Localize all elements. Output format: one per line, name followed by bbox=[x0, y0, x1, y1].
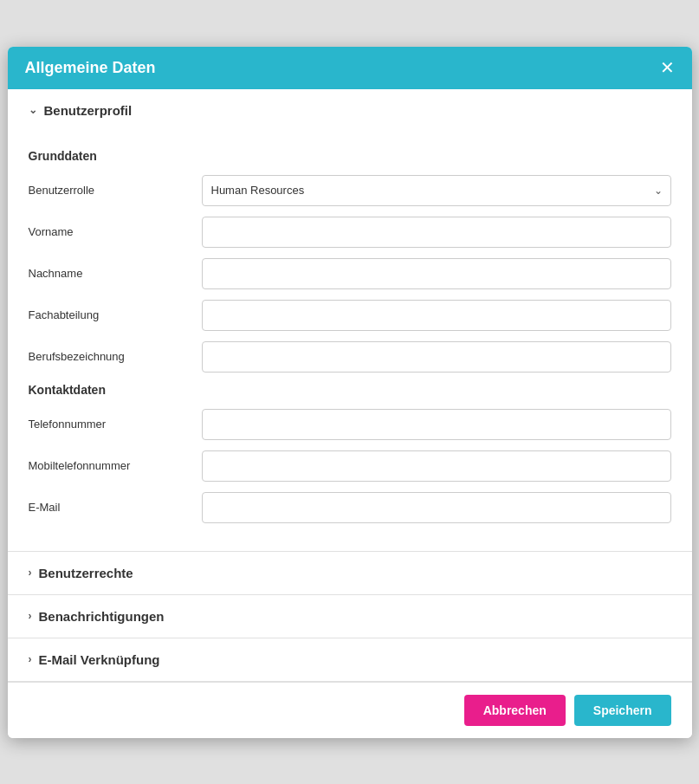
section-benutzerrechte-header[interactable]: › Benutzerrechte bbox=[8, 552, 692, 594]
label-email: E-Mail bbox=[29, 501, 202, 514]
select-benutzerrolle[interactable]: Human Resources Administrator Mitarbeite… bbox=[202, 175, 671, 206]
input-vorname[interactable] bbox=[202, 217, 671, 248]
section-benutzerprofil-content: Grunddaten Benutzerrolle Human Resources… bbox=[8, 132, 692, 551]
section-benutzerrechte-label: Benutzerrechte bbox=[39, 566, 133, 580]
modal: Allgemeine Daten ✕ ⌄ Benutzerprofil Grun… bbox=[8, 47, 692, 738]
modal-body: ⌄ Benutzerprofil Grunddaten Benutzerroll… bbox=[8, 89, 692, 682]
section-benutzerprofil-header[interactable]: ⌄ Benutzerprofil bbox=[8, 89, 692, 132]
select-wrapper-benutzerrolle: Human Resources Administrator Mitarbeite… bbox=[202, 175, 671, 206]
modal-header: Allgemeine Daten ✕ bbox=[8, 47, 692, 89]
input-telefonnummer[interactable] bbox=[202, 409, 671, 440]
cancel-button[interactable]: Abbrechen bbox=[464, 695, 566, 726]
label-mobiltelefonnummer: Mobiltelefonnummer bbox=[29, 459, 202, 472]
label-telefonnummer: Telefonnummer bbox=[29, 418, 202, 431]
grunddaten-title: Grunddaten bbox=[29, 149, 671, 163]
form-row-vorname: Vorname bbox=[29, 217, 671, 248]
kontaktdaten-title: Kontaktdaten bbox=[29, 383, 671, 397]
save-button[interactable]: Speichern bbox=[574, 695, 671, 726]
section-benutzerrechte: › Benutzerrechte bbox=[8, 552, 692, 595]
label-benutzerrolle: Benutzerrolle bbox=[29, 184, 202, 197]
label-nachname: Nachname bbox=[29, 267, 202, 280]
chevron-down-icon: ⌄ bbox=[29, 104, 37, 116]
section-email-verknuepfung-header[interactable]: › E-Mail Verknüpfung bbox=[8, 638, 692, 681]
section-email-verknuepfung-label: E-Mail Verknüpfung bbox=[39, 652, 160, 667]
form-row-mobiltelefonnummer: Mobiltelefonnummer bbox=[29, 450, 671, 482]
section-benachrichtigungen: › Benachrichtigungen bbox=[8, 595, 692, 638]
chevron-right-icon: › bbox=[29, 610, 32, 622]
modal-title: Allgemeine Daten bbox=[25, 59, 156, 77]
section-benutzerprofil-label: Benutzerprofil bbox=[44, 103, 133, 118]
label-berufsbezeichnung: Berufsbezeichnung bbox=[29, 350, 202, 363]
label-fachabteilung: Fachabteilung bbox=[29, 308, 202, 321]
label-vorname: Vorname bbox=[29, 225, 202, 238]
input-mobiltelefonnummer[interactable] bbox=[202, 450, 671, 482]
input-nachname[interactable] bbox=[202, 258, 671, 289]
form-row-benutzerrolle: Benutzerrolle Human Resources Administra… bbox=[29, 175, 671, 206]
input-email[interactable] bbox=[202, 492, 671, 523]
section-email-verknuepfung: › E-Mail Verknüpfung bbox=[8, 638, 692, 682]
input-berufsbezeichnung[interactable] bbox=[202, 341, 671, 373]
chevron-right-icon: › bbox=[29, 567, 32, 579]
form-row-nachname: Nachname bbox=[29, 258, 671, 289]
modal-close-button[interactable]: ✕ bbox=[660, 59, 675, 76]
section-benachrichtigungen-label: Benachrichtigungen bbox=[39, 609, 165, 624]
input-fachabteilung[interactable] bbox=[202, 300, 671, 331]
form-row-berufsbezeichnung: Berufsbezeichnung bbox=[29, 341, 671, 373]
form-row-fachabteilung: Fachabteilung bbox=[29, 300, 671, 331]
form-row-telefonnummer: Telefonnummer bbox=[29, 409, 671, 440]
chevron-right-icon: › bbox=[29, 653, 32, 665]
section-benachrichtigungen-header[interactable]: › Benachrichtigungen bbox=[8, 595, 692, 638]
form-row-email: E-Mail bbox=[29, 492, 671, 523]
section-benutzerprofil: ⌄ Benutzerprofil Grunddaten Benutzerroll… bbox=[8, 89, 692, 552]
modal-footer: Abbrechen Speichern bbox=[8, 682, 692, 738]
